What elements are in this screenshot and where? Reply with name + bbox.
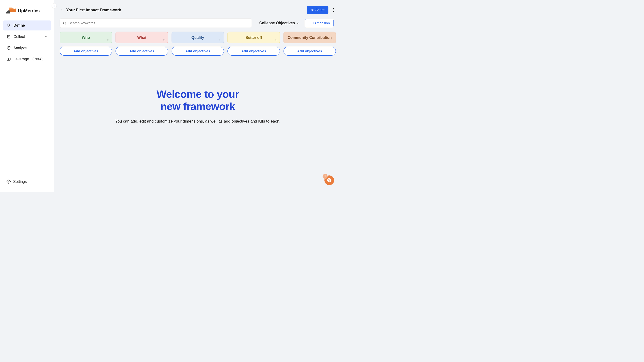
- dimension-label: Community Contribution: [288, 35, 332, 39]
- share-icon: [311, 8, 314, 12]
- svg-point-19: [64, 22, 66, 24]
- dimension-card-quality[interactable]: Quality: [172, 32, 224, 43]
- collapse-objectives-label: Collapse Objectives: [259, 21, 295, 25]
- logo-mark-icon: [6, 8, 16, 14]
- svg-point-16: [333, 8, 334, 9]
- back-button[interactable]: [60, 8, 64, 12]
- add-objectives-button[interactable]: Add objectives: [228, 47, 280, 56]
- sidebar-item-label: Collect: [14, 35, 25, 39]
- plus-icon: [308, 22, 312, 25]
- chevron-up-icon: [296, 22, 300, 25]
- more-menu-button[interactable]: [331, 8, 336, 12]
- sidebar-item-settings[interactable]: Settings: [3, 177, 51, 187]
- share-button[interactable]: Share: [307, 6, 328, 14]
- add-objectives-button[interactable]: Add objectives: [60, 47, 112, 56]
- brand-name: UpMetrics: [18, 8, 40, 14]
- collapse-objectives-toggle[interactable]: Collapse Objectives: [259, 21, 300, 25]
- welcome-subtitle: You can add, edit and customize your dim…: [60, 118, 336, 125]
- welcome-title: Welcome to your new framework: [60, 88, 336, 113]
- add-objectives-button[interactable]: Add objectives: [116, 47, 168, 56]
- gear-icon: [6, 180, 11, 184]
- info-icon[interactable]: [107, 39, 110, 42]
- brand-logo: UpMetrics: [3, 5, 51, 20]
- svg-point-37: [332, 39, 332, 40]
- pie-chart-icon: [6, 46, 11, 50]
- sidebar-item-label: Define: [14, 23, 25, 28]
- add-objectives-button[interactable]: Add objectives: [283, 47, 336, 56]
- add-dimension-button[interactable]: Dimension: [305, 19, 334, 27]
- svg-point-18: [333, 11, 334, 12]
- welcome-section: Welcome to your new framework You can ad…: [60, 88, 336, 125]
- sidebar-item-define[interactable]: Define: [3, 20, 51, 30]
- svg-line-14: [312, 9, 313, 10]
- add-objectives-button[interactable]: Add objectives: [172, 47, 224, 56]
- help-button[interactable]: 1: [324, 175, 334, 185]
- svg-line-15: [312, 10, 313, 10]
- dimension-card-who[interactable]: Who: [60, 32, 112, 43]
- clipboard-icon: [6, 34, 11, 39]
- search-icon: [63, 22, 66, 25]
- svg-point-31: [220, 39, 220, 40]
- dimension-card-community[interactable]: Community Contribution: [283, 32, 336, 43]
- settings-label: Settings: [13, 180, 27, 184]
- share-label: Share: [316, 8, 325, 12]
- controls-row: Collapse Objectives Dimension: [60, 18, 336, 28]
- dimension-label: Quality: [192, 35, 204, 39]
- svg-point-34: [276, 39, 276, 40]
- topbar: Your First Impact Framework Share: [60, 6, 336, 14]
- dimension-label: Dimension: [313, 21, 330, 25]
- sidebar-item-leverage[interactable]: Leverage BETA: [3, 54, 51, 64]
- sidebar-item-label: Analyze: [14, 46, 27, 50]
- dimensions-row: Who What Quality Better off Community Co…: [60, 32, 336, 43]
- sidebar-item-label: Leverage: [14, 57, 29, 61]
- lightbulb-icon: [6, 23, 11, 28]
- svg-point-11: [313, 9, 314, 10]
- chevron-down-icon: [44, 35, 48, 38]
- dimension-card-what[interactable]: What: [116, 32, 168, 43]
- sidebar: UpMetrics Define Collect: [0, 0, 54, 192]
- sidebar-item-analyze[interactable]: Analyze: [3, 43, 51, 53]
- beta-badge: BETA: [32, 57, 43, 61]
- info-icon[interactable]: [219, 39, 222, 42]
- svg-point-17: [333, 10, 334, 10]
- svg-point-13: [313, 10, 314, 11]
- info-icon[interactable]: [331, 39, 334, 42]
- svg-point-9: [8, 58, 9, 60]
- page-title: Your First Impact Framework: [66, 8, 121, 12]
- collapse-sidebar-button[interactable]: [52, 3, 56, 8]
- main-content: Your First Impact Framework Share: [54, 0, 341, 192]
- add-objectives-row: Add objectives Add objectives Add object…: [60, 47, 336, 56]
- dimension-label: What: [137, 35, 146, 39]
- help-badge: 1: [323, 174, 328, 179]
- svg-point-10: [8, 181, 9, 182]
- search-input-wrap[interactable]: [60, 18, 252, 28]
- person-card-icon: [6, 57, 11, 61]
- svg-marker-2: [10, 8, 15, 10]
- svg-marker-0: [6, 9, 10, 14]
- info-icon[interactable]: [274, 39, 278, 42]
- info-icon[interactable]: [163, 39, 166, 42]
- dimension-label: Who: [82, 35, 90, 39]
- svg-point-28: [164, 39, 164, 40]
- svg-line-20: [65, 24, 66, 24]
- dimension-card-better-off[interactable]: Better off: [228, 32, 280, 43]
- sidebar-item-collect[interactable]: Collect: [3, 32, 51, 42]
- question-icon: [327, 178, 332, 183]
- svg-point-12: [311, 10, 312, 10]
- svg-point-25: [108, 39, 108, 40]
- sidebar-nav: Define Collect: [3, 20, 51, 177]
- search-input[interactable]: [68, 21, 249, 25]
- dimension-label: Better off: [246, 35, 262, 39]
